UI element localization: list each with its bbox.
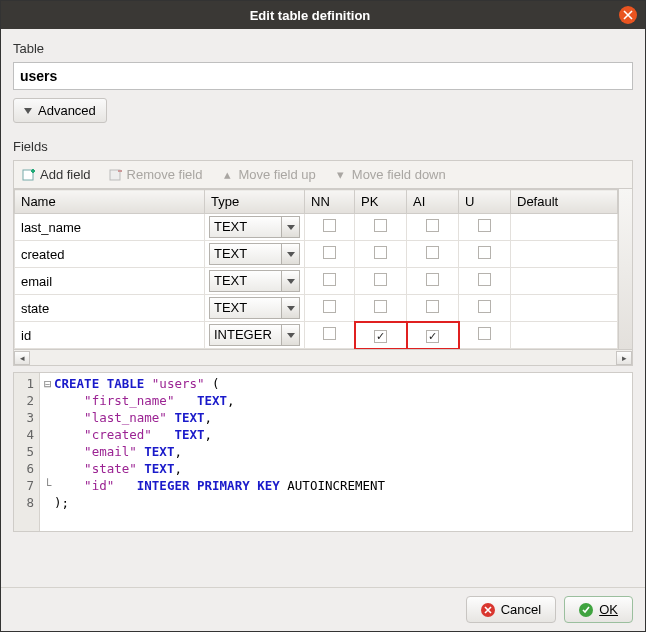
default-cell[interactable]	[511, 295, 618, 322]
add-field-button[interactable]: Add field	[22, 167, 91, 182]
field-name-cell[interactable]: last_name	[15, 214, 205, 241]
type-value[interactable]: TEXT	[209, 216, 282, 238]
field-name-cell[interactable]: created	[15, 241, 205, 268]
remove-field-button[interactable]: Remove field	[109, 167, 203, 182]
field-type-cell[interactable]: TEXT	[205, 295, 305, 322]
nn-cell[interactable]	[305, 295, 355, 322]
checkbox[interactable]	[426, 246, 439, 259]
field-type-cell[interactable]: TEXT	[205, 268, 305, 295]
ok-button[interactable]: OK	[564, 596, 633, 623]
col-name[interactable]: Name	[15, 190, 205, 214]
close-button[interactable]	[619, 6, 637, 24]
col-default[interactable]: Default	[511, 190, 618, 214]
table-row[interactable]: stateTEXT	[15, 295, 618, 322]
ai-cell[interactable]	[407, 268, 459, 295]
u-cell[interactable]	[459, 268, 511, 295]
ok-label: OK	[599, 602, 618, 617]
ai-cell[interactable]	[407, 322, 459, 349]
table-row[interactable]: idINTEGER	[15, 322, 618, 349]
table-name-input[interactable]	[13, 62, 633, 90]
pk-cell[interactable]	[355, 214, 407, 241]
remove-icon	[109, 168, 123, 182]
chevron-down-icon	[287, 279, 295, 284]
type-dropdown[interactable]	[282, 270, 300, 292]
advanced-button[interactable]: Advanced	[13, 98, 107, 123]
checkbox[interactable]	[426, 219, 439, 232]
type-value[interactable]: TEXT	[209, 297, 282, 319]
checkbox[interactable]	[478, 246, 491, 259]
checkbox[interactable]	[426, 300, 439, 313]
u-cell[interactable]	[459, 295, 511, 322]
ai-cell[interactable]	[407, 241, 459, 268]
scroll-track[interactable]	[30, 351, 616, 365]
col-pk[interactable]: PK	[355, 190, 407, 214]
type-dropdown[interactable]	[282, 297, 300, 319]
scroll-left-icon[interactable]: ◂	[14, 351, 30, 365]
type-dropdown[interactable]	[282, 243, 300, 265]
table-row[interactable]: emailTEXT	[15, 268, 618, 295]
default-cell[interactable]	[511, 214, 618, 241]
type-value[interactable]: TEXT	[209, 243, 282, 265]
field-name-cell[interactable]: email	[15, 268, 205, 295]
col-ai[interactable]: AI	[407, 190, 459, 214]
col-nn[interactable]: NN	[305, 190, 355, 214]
checkbox[interactable]	[426, 330, 439, 343]
checkbox[interactable]	[323, 300, 336, 313]
move-up-button[interactable]: ▴ Move field up	[220, 167, 315, 182]
horizontal-scrollbar[interactable]: ◂ ▸	[13, 350, 633, 366]
checkbox[interactable]	[323, 327, 336, 340]
default-cell[interactable]	[511, 241, 618, 268]
type-dropdown[interactable]	[282, 216, 300, 238]
default-cell[interactable]	[511, 322, 618, 349]
checkbox[interactable]	[374, 273, 387, 286]
checkbox[interactable]	[478, 219, 491, 232]
checkbox[interactable]	[323, 273, 336, 286]
cancel-button[interactable]: Cancel	[466, 596, 556, 623]
table-row[interactable]: last_nameTEXT	[15, 214, 618, 241]
chevron-down-icon	[287, 252, 295, 257]
move-down-button[interactable]: ▾ Move field down	[334, 167, 446, 182]
u-cell[interactable]	[459, 322, 511, 349]
pk-cell[interactable]	[355, 295, 407, 322]
field-type-cell[interactable]: TEXT	[205, 214, 305, 241]
pk-cell[interactable]	[355, 241, 407, 268]
checkbox[interactable]	[323, 219, 336, 232]
vertical-scrollbar[interactable]	[618, 189, 632, 349]
checkbox[interactable]	[478, 300, 491, 313]
ai-cell[interactable]	[407, 214, 459, 241]
nn-cell[interactable]	[305, 322, 355, 349]
col-u[interactable]: U	[459, 190, 511, 214]
scroll-right-icon[interactable]: ▸	[616, 351, 632, 365]
sql-code[interactable]: ⊟CREATE TABLE "users" ( "first_name" TEX…	[40, 373, 389, 531]
field-name-cell[interactable]: id	[15, 322, 205, 349]
move-up-label: Move field up	[238, 167, 315, 182]
fields-section: Fields Add field Remove field ▴ Move	[13, 135, 633, 579]
table-row[interactable]: createdTEXT	[15, 241, 618, 268]
field-type-cell[interactable]: TEXT	[205, 241, 305, 268]
nn-cell[interactable]	[305, 268, 355, 295]
u-cell[interactable]	[459, 241, 511, 268]
type-dropdown[interactable]	[282, 324, 300, 346]
pk-cell[interactable]	[355, 322, 407, 349]
checkbox[interactable]	[374, 246, 387, 259]
default-cell[interactable]	[511, 268, 618, 295]
checkbox[interactable]	[374, 219, 387, 232]
checkbox[interactable]	[478, 273, 491, 286]
close-icon	[623, 10, 633, 20]
checkbox[interactable]	[426, 273, 439, 286]
add-field-label: Add field	[40, 167, 91, 182]
nn-cell[interactable]	[305, 241, 355, 268]
pk-cell[interactable]	[355, 268, 407, 295]
checkbox[interactable]	[478, 327, 491, 340]
ai-cell[interactable]	[407, 295, 459, 322]
checkbox[interactable]	[374, 300, 387, 313]
col-type[interactable]: Type	[205, 190, 305, 214]
field-name-cell[interactable]: state	[15, 295, 205, 322]
type-value[interactable]: INTEGER	[209, 324, 282, 346]
checkbox[interactable]	[374, 330, 387, 343]
type-value[interactable]: TEXT	[209, 270, 282, 292]
field-type-cell[interactable]: INTEGER	[205, 322, 305, 349]
u-cell[interactable]	[459, 214, 511, 241]
nn-cell[interactable]	[305, 214, 355, 241]
checkbox[interactable]	[323, 246, 336, 259]
